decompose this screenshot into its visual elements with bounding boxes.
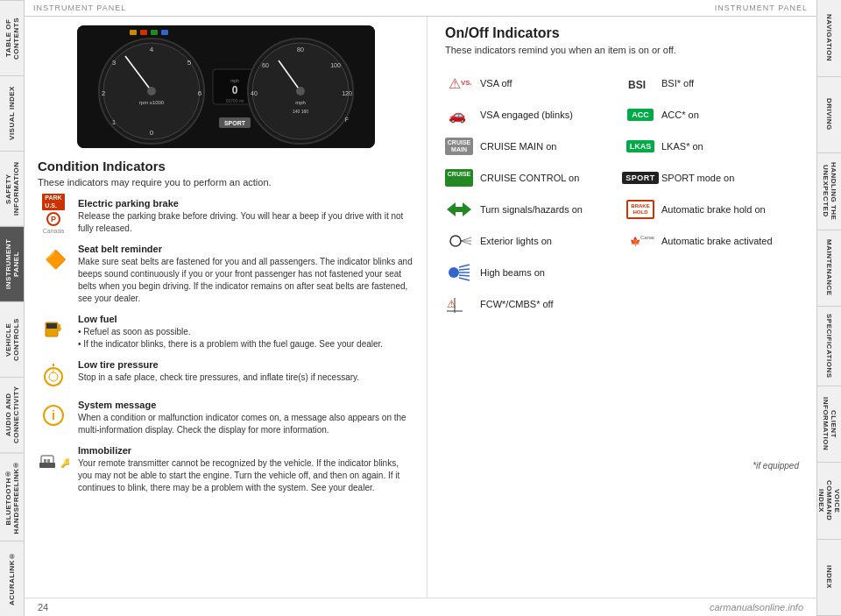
sport-mode-icon: SPORT [626, 166, 654, 190]
sidebar-item-instrument[interactable]: INSTRUMENT PANEL [0, 226, 24, 301]
svg-rect-30 [140, 30, 147, 35]
onoff-brake-activated: 🍁 Canada Automatic brake activated [626, 225, 799, 257]
sidebar-item-audio[interactable]: AUDIO AND CONNECTIVITY [0, 377, 24, 452]
onoff-cruise-main: CRUISEMAIN CRUISE MAIN on [445, 131, 618, 162]
svg-point-11 [147, 87, 156, 96]
bsi-off-icon: BSI [626, 71, 654, 96]
sidebar-item-voice-command[interactable]: VOICE COMMAND INDEX [817, 463, 841, 540]
onoff-subtitle: These indicators remind you when an item… [445, 45, 799, 55]
svg-text:00700 mi: 00700 mi [225, 98, 244, 103]
svg-text:6: 6 [197, 89, 201, 97]
brake-activated-icon: 🍁 Canada [626, 229, 654, 253]
header-bar: INSTRUMENT PANEL INSTRUMENT PANEL [25, 0, 816, 17]
fcw-label: FCW*/CMBS* off [480, 299, 554, 309]
onoff-lkas-on: LKAS LKAS* on [626, 131, 799, 162]
svg-text:🔶: 🔶 [45, 249, 67, 270]
sport-badge: SPORT [622, 172, 659, 184]
sidebar-item-toc[interactable]: TABLE OF CONTENTS [0, 0, 24, 75]
svg-text:100: 100 [330, 62, 341, 68]
sidebar-item-acuralink[interactable]: ACURALINK® [0, 541, 24, 616]
svg-text:mph: mph [230, 78, 239, 83]
onoff-high-beams: High beams on [445, 257, 618, 288]
svg-line-65 [459, 278, 470, 280]
sidebar-item-driving[interactable]: DRIVING [817, 77, 841, 154]
seatbelt-icon: 🔶 [38, 244, 69, 275]
svg-text:⚠: ⚠ [449, 76, 461, 91]
sidebar-left: TABLE OF CONTENTS VISUAL INDEX SAFETY IN… [0, 0, 25, 616]
svg-text:3: 3 [111, 59, 116, 67]
svg-marker-55 [456, 202, 471, 216]
seatbelt-text: Seat belt reminder Make sure seat belts … [78, 244, 413, 305]
onoff-title: On/Off Indicators [445, 25, 799, 41]
page-number: 24 [38, 602, 48, 612]
onoff-fcw: ⚠ FCW*/CMBS* off [445, 288, 618, 320]
svg-text:SPORT: SPORT [223, 120, 245, 126]
onoff-turn-signals: Turn signals/hazards on [445, 194, 618, 225]
svg-rect-39 [58, 328, 61, 329]
svg-text:80: 80 [297, 46, 304, 53]
footnote-text: *if equipped [753, 461, 799, 471]
svg-point-25 [296, 87, 305, 96]
svg-text:Canada: Canada [640, 235, 654, 240]
sidebar-item-navigation[interactable]: NAVIGATION [817, 0, 841, 77]
sidebar-item-maintenance[interactable]: MAINTENANCE [817, 230, 841, 308]
svg-line-59 [461, 241, 471, 244]
acc-on-icon: ACC [626, 103, 654, 127]
svg-line-62 [459, 269, 470, 270]
svg-rect-32 [161, 30, 168, 35]
lkas-on-label: LKAS* on [661, 141, 703, 152]
svg-text:VSA: VSA [461, 79, 471, 87]
condition-subtitle: These indicators may require you to perf… [38, 177, 413, 188]
footer-bar: 24 carmanualsonline.info [25, 598, 816, 616]
right-panel: On/Off Indicators These indicators remin… [428, 17, 816, 598]
onoff-bsi-off: BSI BSI* off [626, 67, 799, 99]
watermark-text: carmanualsonline.info [710, 602, 803, 612]
turn-signals-label: Turn signals/hazards on [480, 204, 583, 215]
brake-activated-label: Automatic brake activated [661, 236, 773, 246]
condition-title: Condition Indicators [38, 159, 413, 173]
sport-mode-label: SPORT mode on [661, 173, 734, 183]
sidebar-item-index[interactable]: INDEX [817, 540, 841, 616]
brake-hold-label: Automatic brake hold on [661, 204, 766, 215]
sidebar-right: NAVIGATION DRIVING HANDLING THE UNEXPECT… [816, 0, 841, 616]
svg-text:40: 40 [251, 90, 258, 96]
main-content: INSTRUMENT PANEL INSTRUMENT PANEL 4 5 6 … [25, 0, 816, 616]
svg-text:0: 0 [149, 129, 153, 137]
sidebar-item-visual[interactable]: VISUAL INDEX [0, 75, 24, 151]
onoff-exterior-lights: Exterior lights on [445, 225, 618, 257]
fcw-icon: ⚠ [445, 292, 473, 316]
svg-line-57 [461, 237, 471, 241]
exterior-lights-label: Exterior lights on [480, 236, 552, 246]
svg-rect-37 [46, 323, 57, 329]
tire-pressure-text: Low tire pressure Stop in a safe place, … [78, 359, 359, 384]
cluster-image: 4 5 6 3 2 1 0 rpm x1000 mph 0 00700 mi [77, 25, 375, 148]
exterior-lights-icon [445, 229, 473, 253]
sidebar-item-client-info[interactable]: CLIENT INFORMATION [817, 386, 841, 464]
sidebar-item-bluetooth[interactable]: BLUETOOTH® HANDSFREELINK® [0, 452, 24, 541]
tire-pressure-icon: ! [38, 359, 69, 391]
svg-text:60: 60 [262, 62, 269, 68]
parking-brake-text: Electric parking brake Release the parki… [78, 198, 413, 235]
cruise-control-icon: CRUISE [445, 166, 473, 190]
immobilizer-text: Immobilizer Your remote transmitter cann… [78, 445, 413, 494]
high-beams-icon [445, 260, 473, 285]
svg-rect-47 [44, 459, 46, 463]
onoff-acc-on: ACC ACC* on [626, 99, 799, 131]
indicator-system-message: i System message When a condition or mal… [38, 400, 413, 436]
left-panel: 4 5 6 3 2 1 0 rpm x1000 mph 0 00700 mi [25, 17, 428, 598]
sidebar-item-safety[interactable]: SAFETY INFORMATION [0, 151, 24, 226]
svg-text:mph: mph [295, 100, 306, 105]
sidebar-item-specifications[interactable]: SPECIFICATIONS [817, 307, 841, 386]
onoff-cruise-control: CRUISE CRUISE CONTROL on [445, 162, 618, 194]
onoff-grid: ⚠ VSA VSA off 🚗 VSA engag [445, 67, 799, 320]
system-message-text: System message When a condition or malfu… [78, 400, 413, 436]
sidebar-item-handling[interactable]: HANDLING THE UNEXPECTED [817, 153, 841, 230]
cruise-main-icon: CRUISEMAIN [445, 134, 473, 159]
content-area: 4 5 6 3 2 1 0 rpm x1000 mph 0 00700 mi [25, 17, 816, 598]
vsa-off-label: VSA off [480, 78, 512, 89]
footnote-area: *if equipped [445, 460, 799, 471]
sidebar-item-vehicle[interactable]: VEHICLE CONTROLS [0, 301, 24, 377]
onoff-vsa-off: ⚠ VSA VSA off [445, 67, 618, 99]
low-fuel-text: Low fuel • Refuel as soon as possible. •… [78, 314, 383, 350]
brake-hold-icon: BRAKEHOLD [626, 197, 654, 222]
